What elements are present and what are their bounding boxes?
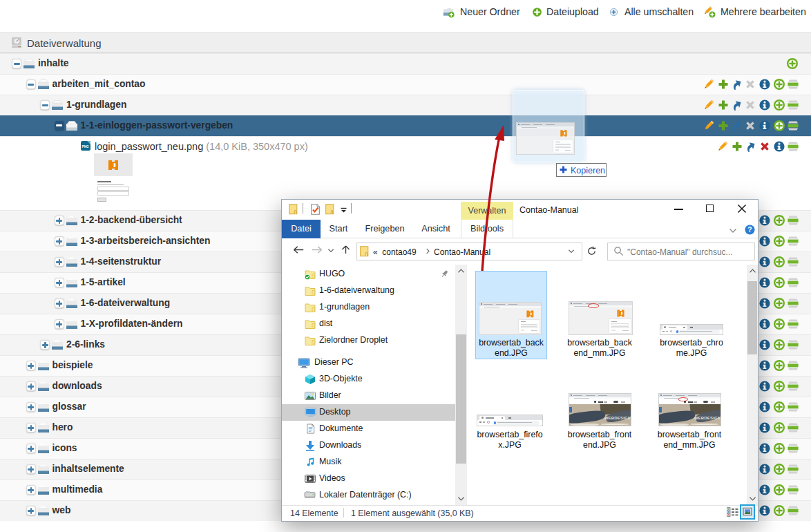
svg-text:PNG: PNG [82,145,89,149]
svg-text:?: ? [747,226,752,234]
